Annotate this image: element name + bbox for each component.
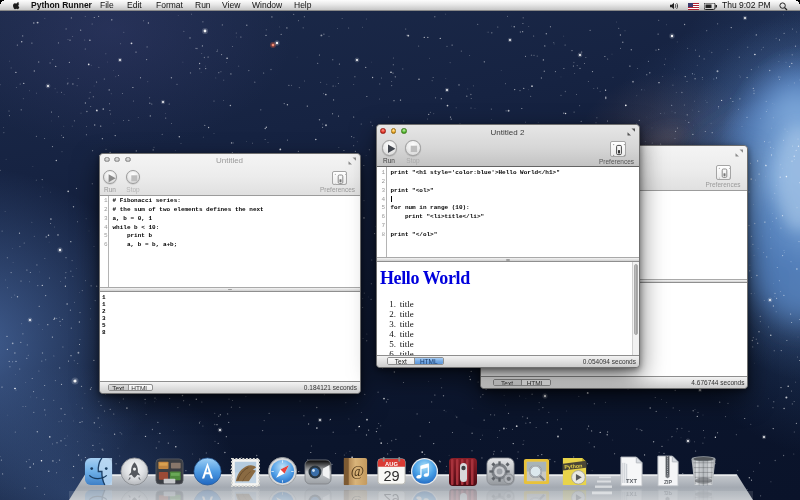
svg-text:TXT: TXT <box>626 478 637 484</box>
svg-text:Python: Python <box>564 462 582 469</box>
svg-text:@: @ <box>351 495 364 500</box>
svg-text:ZIP: ZIP <box>664 479 673 485</box>
svg-text:AUG: AUG <box>385 461 398 467</box>
svg-text:ZIP: ZIP <box>664 490 673 496</box>
svg-text:TXT: TXT <box>626 490 637 496</box>
svg-text:@: @ <box>351 463 364 479</box>
svg-text:29: 29 <box>383 490 399 500</box>
svg-text:29: 29 <box>383 468 399 484</box>
